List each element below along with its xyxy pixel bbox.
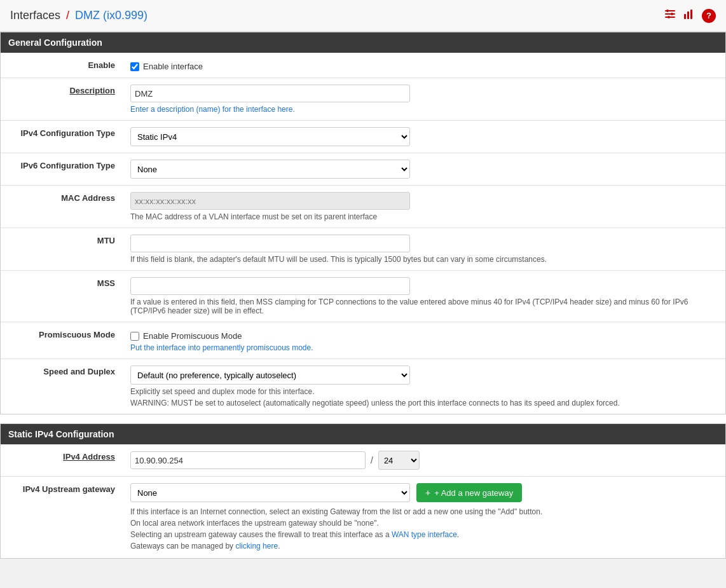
svg-rect-1 bbox=[665, 13, 675, 15]
description-label: Description bbox=[1, 78, 128, 121]
breadcrumb: Interfaces / DMZ (ix0.999) bbox=[10, 9, 147, 22]
page-header: Interfaces / DMZ (ix0.999) bbox=[0, 0, 726, 32]
enable-label: Enable bbox=[1, 53, 128, 78]
mtu-input[interactable] bbox=[130, 235, 410, 252]
ipv4-upstream-gateway-row: IPv4 Upstream gateway None + + Add a new… bbox=[1, 477, 725, 559]
enable-checkbox-label: Enable interface bbox=[143, 62, 203, 71]
static-ipv4-header: Static IPv4 Configuration bbox=[1, 424, 725, 444]
ipv4-upstream-gateway-value: None + + Add a new gateway If this inter… bbox=[128, 477, 725, 559]
ipv4-address-input[interactable] bbox=[130, 451, 366, 469]
gateway-hint-3: Selecting an upstream gateway causes the… bbox=[130, 529, 718, 540]
svg-point-3 bbox=[666, 10, 669, 12]
gateway-hint-1: If this interface is an Internet connect… bbox=[130, 506, 718, 517]
description-value: Enter a description (name) for the inter… bbox=[128, 78, 725, 121]
static-ipv4-section: Static IPv4 Configuration IPv4 Address /… bbox=[0, 423, 726, 559]
mss-input[interactable] bbox=[130, 277, 410, 295]
ipv4-config-type-label: IPv4 Configuration Type bbox=[1, 121, 128, 153]
mac-address-hint: The MAC address of a VLAN interface must… bbox=[130, 212, 718, 221]
ipv4-config-type-select[interactable]: None Static IPv4 DHCP PPPoE bbox=[130, 127, 410, 146]
promiscuous-mode-hint: Put the interface into permanently promi… bbox=[130, 343, 718, 352]
svg-rect-6 bbox=[684, 14, 686, 19]
mac-address-input[interactable] bbox=[130, 192, 410, 210]
mtu-value: If this field is blank, the adapter's de… bbox=[128, 228, 725, 271]
svg-point-5 bbox=[668, 16, 670, 18]
breadcrumb-current: DMZ (ix0.999) bbox=[75, 9, 147, 22]
chart-icon[interactable] bbox=[683, 8, 695, 24]
ipv4-config-type-value: None Static IPv4 DHCP PPPoE bbox=[128, 121, 725, 153]
mtu-hint: If this field is blank, the adapter's de… bbox=[130, 255, 718, 264]
ipv4-config-type-row: IPv4 Configuration Type None Static IPv4… bbox=[1, 121, 725, 153]
svg-rect-7 bbox=[687, 11, 689, 19]
ipv4-upstream-gateway-select[interactable]: None bbox=[130, 483, 410, 502]
speed-duplex-value: Default (no preference, typically autose… bbox=[128, 359, 725, 414]
mss-label: MSS bbox=[1, 271, 128, 322]
ipv4-address-value: / 1234 5678 9101112 13141516 17181920 21… bbox=[128, 444, 725, 477]
mss-value: If a value is entered in this field, the… bbox=[128, 271, 725, 322]
ipv4-address-label: IPv4 Address bbox=[1, 444, 128, 477]
speed-duplex-hint1: Explicitly set speed and duplex mode for… bbox=[130, 387, 718, 396]
promiscuous-mode-checkbox-label: Enable Promiscuous Mode bbox=[143, 331, 242, 341]
header-icons: ? bbox=[664, 8, 716, 24]
static-ipv4-table: IPv4 Address / 1234 5678 9101112 1314151… bbox=[1, 444, 725, 558]
speed-duplex-label: Speed and Duplex bbox=[1, 359, 128, 414]
general-config-header: General Configuration bbox=[1, 32, 725, 53]
clicking-here-link[interactable]: clicking here bbox=[235, 542, 278, 550]
slash-separator: / bbox=[371, 455, 373, 465]
mac-address-row: MAC Address The MAC address of a VLAN in… bbox=[1, 186, 725, 228]
sliders-icon[interactable] bbox=[664, 8, 676, 24]
description-hint: Enter a description (name) for the inter… bbox=[130, 105, 718, 114]
enable-value: Enable interface bbox=[128, 53, 725, 78]
ipv4-address-row: IPv4 Address / 1234 5678 9101112 1314151… bbox=[1, 444, 725, 477]
wan-type-interface-link[interactable]: WAN type interface bbox=[392, 530, 457, 539]
mss-hint: If a value is entered in this field, the… bbox=[130, 297, 702, 315]
mtu-label: MTU bbox=[1, 228, 128, 271]
promiscuous-mode-row: Promiscuous Mode Enable Promiscuous Mode… bbox=[1, 322, 725, 359]
subnet-select[interactable]: 1234 5678 9101112 13141516 17181920 2122… bbox=[378, 451, 420, 470]
svg-rect-8 bbox=[690, 10, 692, 19]
promiscuous-mode-value: Enable Promiscuous Mode Put the interfac… bbox=[128, 322, 725, 359]
enable-checkbox[interactable] bbox=[130, 62, 139, 71]
gateway-info-block: If this interface is an Internet connect… bbox=[130, 506, 718, 552]
svg-point-4 bbox=[671, 13, 673, 15]
gateway-hint-2: On local area network interfaces the ups… bbox=[130, 517, 718, 529]
description-input[interactable] bbox=[130, 85, 410, 102]
general-config-table: Enable Enable interface Description Ente… bbox=[1, 53, 725, 414]
description-row: Description Enter a description (name) f… bbox=[1, 78, 725, 121]
ipv6-config-type-select[interactable]: None Static IPv6 DHCP6 SLAAC 6rd Tunnel … bbox=[130, 160, 410, 179]
promiscuous-mode-checkbox[interactable] bbox=[130, 332, 139, 341]
help-icon[interactable]: ? bbox=[702, 9, 716, 23]
page-wrapper: Interfaces / DMZ (ix0.999) bbox=[0, 0, 726, 559]
plus-icon: + bbox=[425, 488, 430, 498]
ipv6-config-type-value: None Static IPv6 DHCP6 SLAAC 6rd Tunnel … bbox=[128, 153, 725, 186]
promiscuous-mode-label: Promiscuous Mode bbox=[1, 322, 128, 359]
mtu-row: MTU If this field is blank, the adapter'… bbox=[1, 228, 725, 271]
mac-address-value: The MAC address of a VLAN interface must… bbox=[128, 186, 725, 228]
enable-row: Enable Enable interface bbox=[1, 53, 725, 78]
breadcrumb-base[interactable]: Interfaces bbox=[10, 9, 60, 22]
mss-row: MSS If a value is entered in this field,… bbox=[1, 271, 725, 322]
speed-duplex-hint2: WARNING: MUST be set to autoselect (auto… bbox=[130, 399, 702, 407]
ipv6-config-type-label: IPv6 Configuration Type bbox=[1, 153, 128, 186]
speed-duplex-select[interactable]: Default (no preference, typically autose… bbox=[130, 366, 410, 385]
main-content: General Configuration Enable Enable inte… bbox=[0, 32, 726, 559]
gateway-hint-4: Gateways can be managed by clicking here… bbox=[130, 540, 718, 552]
mac-address-label: MAC Address bbox=[1, 186, 128, 228]
ipv4-upstream-gateway-label: IPv4 Upstream gateway bbox=[1, 477, 128, 559]
general-config-section: General Configuration Enable Enable inte… bbox=[0, 32, 726, 414]
speed-duplex-row: Speed and Duplex Default (no preference,… bbox=[1, 359, 725, 414]
add-new-gateway-button[interactable]: + + Add a new gateway bbox=[416, 483, 522, 502]
breadcrumb-separator: / bbox=[66, 9, 69, 22]
ipv6-config-type-row: IPv6 Configuration Type None Static IPv6… bbox=[1, 153, 725, 186]
